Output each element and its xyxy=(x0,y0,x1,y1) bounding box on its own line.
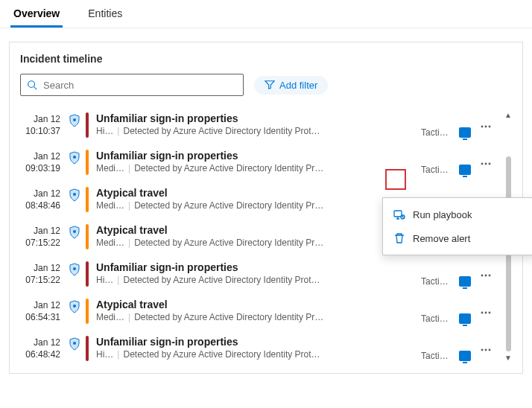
svg-point-22 xyxy=(73,305,76,307)
alert-body: Unfamiliar sign-in properties Medi…|Dete… xyxy=(96,148,421,176)
timeline-row[interactable]: Jan 1210:10:37 Unfamiliar sign-in proper… xyxy=(20,106,497,144)
more-icon xyxy=(480,307,492,319)
menu-run-playbook[interactable]: Run playbook xyxy=(383,203,532,226)
severity-bar xyxy=(86,336,89,361)
svg-line-1 xyxy=(34,87,37,90)
tactics-label: Tacti… xyxy=(421,334,455,363)
svg-point-20 xyxy=(485,275,487,277)
timestamp: Jan 1207:15:22 xyxy=(20,260,66,288)
add-filter-button[interactable]: Add filter xyxy=(254,76,328,95)
alert-title[interactable]: Atypical travel xyxy=(96,224,421,236)
severity-bar xyxy=(86,261,89,287)
alert-body: Unfamiliar sign-in properties Hi…|Detect… xyxy=(96,260,421,288)
severity-bar xyxy=(86,112,89,138)
tab-bar: Overview Entities xyxy=(0,0,532,28)
alert-body: Atypical travel Medi…|Detected by Azure … xyxy=(96,223,421,251)
svg-point-29 xyxy=(489,349,491,351)
alert-title[interactable]: Unfamiliar sign-in properties xyxy=(96,336,421,348)
menu-remove-alert[interactable]: Remove alert xyxy=(383,226,532,250)
panel-title: Incident timeline xyxy=(20,53,516,65)
svg-point-19 xyxy=(481,275,484,277)
search-input[interactable] xyxy=(43,80,237,91)
timestamp: Jan 1206:48:42 xyxy=(20,334,66,363)
alert-meta: Medi…|Detected by Azure Active Directory… xyxy=(96,238,421,248)
filter-icon xyxy=(265,80,275,90)
alert-meta: Medi…|Detected by Azure Active Directory… xyxy=(96,312,421,322)
svg-point-0 xyxy=(28,81,35,88)
tab-overview[interactable]: Overview xyxy=(10,0,63,28)
svg-point-14 xyxy=(73,230,76,233)
svg-point-27 xyxy=(481,349,484,351)
tactics-label: Tacti… xyxy=(421,297,455,325)
more-icon xyxy=(480,270,492,281)
alert-meta: Hi…|Detected by Azure Active Directory I… xyxy=(96,126,421,136)
svg-point-3 xyxy=(481,126,484,128)
incident-timeline-panel: Incident timeline Add filter Jan 1210:10… xyxy=(9,42,523,374)
endpoint-icon xyxy=(455,148,475,176)
severity-bar xyxy=(86,150,89,175)
timeline-row[interactable]: Jan 1209:03:19 Unfamiliar sign-in proper… xyxy=(20,144,497,181)
timestamp: Jan 1208:48:46 xyxy=(20,185,66,214)
alert-meta: Medi…|Detected by Azure Active Directory… xyxy=(96,163,421,173)
timestamp: Jan 1207:15:22 xyxy=(20,223,66,251)
tactics-label: Tacti… xyxy=(421,260,455,288)
svg-point-8 xyxy=(485,163,487,165)
svg-point-9 xyxy=(489,163,491,165)
tab-entities[interactable]: Entities xyxy=(85,0,125,28)
timestamp: Jan 1209:03:19 xyxy=(20,148,66,176)
alert-type-icon xyxy=(66,185,83,214)
timestamp: Jan 1206:54:31 xyxy=(20,297,66,325)
endpoint-icon xyxy=(455,297,475,325)
scroll-down-icon[interactable]: ▼ xyxy=(504,354,513,363)
svg-point-2 xyxy=(73,118,76,121)
endpoint-icon xyxy=(455,334,475,363)
severity-bar xyxy=(86,187,89,212)
alert-body: Unfamiliar sign-in properties Hi…|Detect… xyxy=(96,334,421,363)
alert-title[interactable]: Unfamiliar sign-in properties xyxy=(96,150,421,162)
playbook-icon xyxy=(393,208,405,220)
alert-body: Atypical travel Medi…|Detected by Azure … xyxy=(96,297,421,325)
tactics-label: Tacti… xyxy=(421,111,455,139)
svg-point-24 xyxy=(485,312,487,314)
svg-point-4 xyxy=(485,126,487,128)
svg-point-18 xyxy=(73,267,76,270)
svg-point-23 xyxy=(481,312,484,314)
severity-bar xyxy=(86,299,89,324)
row-more-button[interactable] xyxy=(475,334,497,363)
endpoint-icon xyxy=(455,111,475,139)
alert-type-icon xyxy=(66,148,83,176)
timeline-row[interactable]: Jan 1207:15:22 Unfamiliar sign-in proper… xyxy=(20,255,497,293)
alert-title[interactable]: Unfamiliar sign-in properties xyxy=(96,261,421,273)
row-more-button[interactable] xyxy=(475,297,497,325)
timeline-row[interactable]: Jan 1206:48:42 Unfamiliar sign-in proper… xyxy=(20,330,497,367)
svg-point-21 xyxy=(489,275,491,277)
row-more-button[interactable] xyxy=(475,260,497,288)
row-more-button[interactable] xyxy=(475,148,497,176)
svg-point-7 xyxy=(481,163,484,165)
scroll-up-icon[interactable]: ▲ xyxy=(504,111,513,120)
row-more-button[interactable] xyxy=(475,111,497,139)
severity-bar xyxy=(86,224,89,249)
add-filter-label: Add filter xyxy=(279,80,317,91)
tactics-label: Tacti… xyxy=(421,148,455,176)
svg-point-5 xyxy=(489,126,491,128)
svg-point-26 xyxy=(73,342,76,345)
alert-title[interactable]: Unfamiliar sign-in properties xyxy=(96,112,421,124)
trash-icon xyxy=(393,232,405,244)
more-icon xyxy=(480,158,492,170)
timestamp: Jan 1210:10:37 xyxy=(20,111,66,139)
alert-title[interactable]: Atypical travel xyxy=(96,187,421,199)
svg-point-28 xyxy=(485,349,487,351)
menu-run-playbook-label: Run playbook xyxy=(413,209,472,220)
search-input-wrapper[interactable] xyxy=(20,74,244,96)
controls-row: Add filter xyxy=(20,74,516,96)
alert-type-icon xyxy=(66,111,83,139)
alert-type-icon xyxy=(66,260,83,288)
timeline-row[interactable]: Jan 1206:54:31 Atypical travel Medi…|Det… xyxy=(20,293,497,330)
alert-type-icon xyxy=(66,297,83,325)
alert-body: Atypical travel Medi…|Detected by Azure … xyxy=(96,185,421,214)
alert-title[interactable]: Atypical travel xyxy=(96,299,421,310)
alert-meta: Hi…|Detected by Azure Active Directory I… xyxy=(96,349,421,360)
more-icon xyxy=(480,344,492,356)
svg-point-6 xyxy=(73,156,76,159)
